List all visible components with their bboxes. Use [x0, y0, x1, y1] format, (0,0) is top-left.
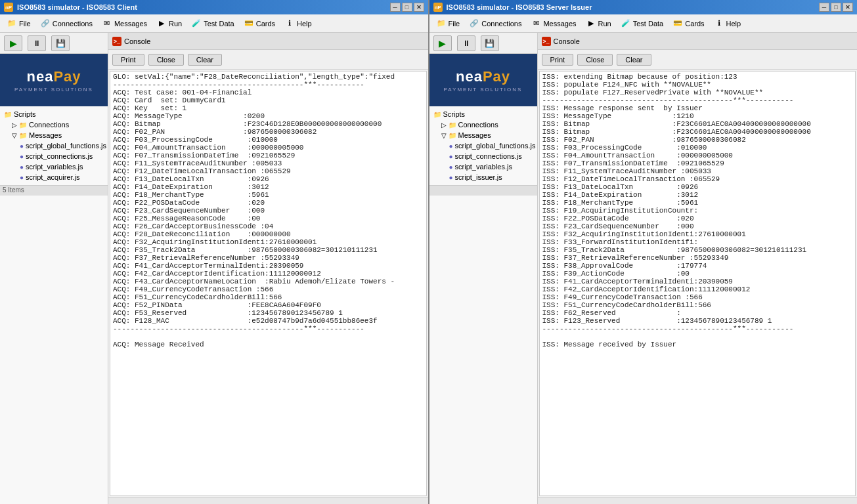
right-console-title-bar: >_ Console — [538, 33, 858, 50]
left-title-bar-left: nP ISO8583 simulator - ISO8583 Client — [4, 3, 137, 12]
left-tree-messages[interactable]: ▽ 📁 Messages — [1, 130, 106, 140]
right-connections-icon: 🔗 — [469, 18, 479, 29]
right-title-controls: ─ □ ✕ — [819, 3, 853, 12]
left-menu-help[interactable]: ℹ Help — [280, 17, 316, 30]
right-play-btn[interactable]: ▶ — [433, 35, 452, 51]
left-tree-connections-js-label: script_connections.js — [26, 152, 93, 160]
right-print-btn[interactable]: Print — [542, 54, 574, 66]
right-tree-connections[interactable]: ▷ 📁 Connections — [431, 119, 536, 130]
right-messages-expand-icon: ▽ — [441, 132, 447, 139]
left-tree-messages-label: Messages — [29, 131, 62, 139]
right-tree-connections-label: Connections — [458, 121, 498, 129]
left-variables-js-bullet-icon: ● — [20, 163, 24, 171]
right-tree-variables-js-label: script_variables.js — [455, 163, 512, 171]
left-scrollbar-h[interactable] — [108, 497, 428, 504]
left-menu-messages-label: Messages — [114, 20, 147, 28]
left-print-btn[interactable]: Print — [112, 54, 144, 66]
right-close-console-btn[interactable]: Close — [577, 54, 613, 66]
left-tree-acquirer-js-label: script_acquirer.js — [26, 173, 80, 181]
right-minimize-btn[interactable]: ─ — [819, 3, 829, 12]
left-console-title-icon: >_ — [112, 37, 121, 46]
right-maximize-btn[interactable]: □ — [831, 3, 841, 12]
left-tree-expand-icon: ▷ — [12, 121, 17, 129]
right-tree-connections-js[interactable]: ● script_connections.js — [431, 151, 536, 161]
left-console-title-bar: >_ Console — [108, 33, 428, 50]
left-tree: 📁 Scripts ▷ 📁 Connections ▽ 📁 Messages — [0, 106, 108, 185]
right-tree-scripts[interactable]: 📁 Scripts — [431, 109, 536, 119]
left-menu-messages[interactable]: ✉ Messages — [98, 17, 151, 30]
left-toolbar: ▶ ⏸ 💾 — [0, 33, 108, 54]
left-menu-cards[interactable]: 💳 Cards — [240, 17, 279, 30]
right-console-output[interactable]: ISS: extending Bitmap because of positio… — [539, 71, 856, 496]
left-title-controls: ─ □ ✕ — [390, 3, 424, 12]
right-tree-global-functions[interactable]: ● script_global_functions.js — [431, 140, 536, 151]
right-menu-connections-label: Connections — [481, 20, 521, 28]
left-clear-btn[interactable]: Clear — [188, 54, 222, 66]
right-menu-cards-label: Cards — [685, 20, 704, 28]
left-tree-variables-js[interactable]: ● script_variables.js — [1, 161, 106, 172]
left-menu-connections[interactable]: 🔗 Connections — [36, 17, 97, 30]
left-pause-btn[interactable]: ⏸ — [28, 35, 46, 51]
left-tree-variables-js-label: script_variables.js — [26, 163, 83, 171]
left-tree-scripts[interactable]: 📁 Scripts — [1, 109, 106, 119]
right-menu-cards[interactable]: 💳 Cards — [669, 17, 708, 30]
right-tree: 📁 Scripts ▷ 📁 Connections ▽ 📁 Messages — [429, 106, 537, 185]
left-testdata-icon: 🧪 — [191, 18, 202, 29]
right-logo-text: neaPay — [456, 68, 510, 85]
left-tree-connections-js[interactable]: ● script_connections.js — [1, 151, 106, 161]
left-tree-global-functions-label: script_global_functions.js — [26, 142, 106, 150]
right-pause-btn[interactable]: ⏸ — [457, 35, 475, 51]
left-close-btn[interactable]: ✕ — [414, 3, 424, 12]
left-menu-run[interactable]: ▶ Run — [152, 17, 186, 30]
left-status-text: 5 Items — [3, 186, 24, 194]
left-console-output[interactable]: GLO: setVal:{"name":"F28_DateReconciliat… — [110, 71, 427, 496]
right-menu-connections[interactable]: 🔗 Connections — [465, 17, 525, 30]
right-menu-testdata[interactable]: 🧪 Test Data — [617, 17, 667, 30]
right-sidebar: ▶ ⏸ 💾 neaPay payment solutions 📁 Scripts — [429, 33, 538, 504]
left-tree-connections[interactable]: ▷ 📁 Connections — [1, 119, 106, 130]
right-menu-file[interactable]: 📁 File — [432, 17, 464, 30]
right-logo-subtitle: payment solutions — [444, 87, 523, 93]
right-tree-messages-label: Messages — [458, 131, 491, 139]
left-tree-acquirer-js[interactable]: ● script_acquirer.js — [1, 172, 106, 182]
left-status-bar: 5 Items — [0, 185, 108, 196]
right-variables-js-bullet-icon: ● — [449, 163, 453, 171]
right-close-btn[interactable]: ✕ — [843, 3, 853, 12]
left-maximize-btn[interactable]: □ — [402, 3, 412, 12]
left-menu-testdata[interactable]: 🧪 Test Data — [187, 17, 238, 30]
right-tree-connections-js-label: script_connections.js — [455, 152, 522, 160]
left-menu-testdata-label: Test Data — [204, 20, 234, 28]
left-menu-file[interactable]: 📁 File — [3, 17, 35, 30]
left-tree-global-functions[interactable]: ● script_global_functions.js — [1, 140, 106, 151]
left-tree-scripts-label: Scripts — [14, 110, 36, 118]
right-menu-messages[interactable]: ✉ Messages — [527, 17, 580, 30]
left-window: nP ISO8583 simulator - ISO8583 Client ─ … — [0, 0, 429, 504]
left-menu-run-label: Run — [169, 20, 182, 28]
right-clear-btn[interactable]: Clear — [617, 54, 651, 66]
left-play-btn[interactable]: ▶ — [4, 35, 22, 51]
right-menu-bar: 📁 File 🔗 Connections ✉ Messages ▶ Run 🧪 … — [429, 14, 858, 33]
right-tree-variables-js[interactable]: ● script_variables.js — [431, 161, 536, 172]
right-connections-folder-icon: 📁 — [449, 121, 456, 129]
right-menu-messages-label: Messages — [543, 20, 576, 28]
left-close-console-btn[interactable]: Close — [148, 54, 184, 66]
left-save-btn[interactable]: 💾 — [51, 35, 70, 51]
right-scrollbar-h[interactable] — [538, 497, 858, 504]
right-window: nP ISO8583 simulator - ISO8583 Server Is… — [429, 0, 858, 504]
left-minimize-btn[interactable]: ─ — [390, 3, 401, 12]
right-console-buttons: Print Close Clear — [538, 50, 858, 70]
right-cards-icon: 💳 — [672, 18, 683, 29]
right-tree-scripts-label: Scripts — [443, 110, 466, 118]
right-menu-help[interactable]: ℹ Help — [710, 17, 745, 30]
left-connections-js-bullet-icon: ● — [20, 153, 24, 160]
left-help-icon: ℹ — [284, 18, 295, 29]
right-save-btn[interactable]: 💾 — [481, 35, 499, 51]
left-console-panel: >_ Console Print Close Clear GLO: setVal… — [108, 33, 428, 504]
right-issuer-js-bullet-icon: ● — [449, 174, 453, 181]
left-messages-folder-icon: 📁 — [19, 132, 27, 139]
right-menu-run[interactable]: ▶ Run — [582, 17, 615, 30]
right-tree-messages[interactable]: ▽ 📁 Messages — [431, 130, 536, 140]
right-tree-issuer-js-label: script_issuer.js — [455, 173, 502, 181]
left-file-icon: 📁 — [7, 18, 17, 29]
right-tree-issuer-js[interactable]: ● script_issuer.js — [431, 172, 536, 182]
